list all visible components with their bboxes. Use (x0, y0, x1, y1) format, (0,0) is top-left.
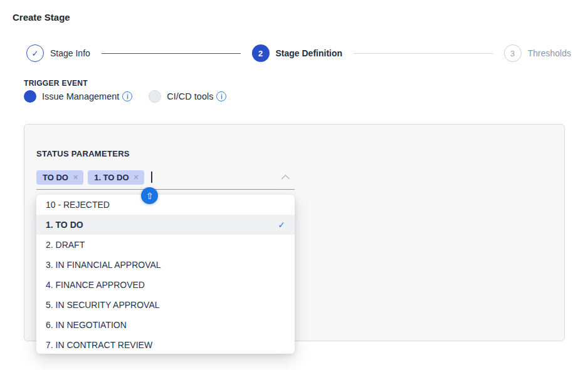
cursor-click-indicator-icon: ⇧ (141, 187, 158, 204)
status-options-dropdown: 10 - REJECTED 1. TO DO ✓ 2. DRAFT 3. IN … (36, 195, 295, 354)
tag-label: TO DO (43, 173, 68, 182)
remove-tag-icon[interactable]: ✕ (73, 173, 78, 182)
step-label-stage-definition: Stage Definition (276, 48, 343, 58)
dropdown-option[interactable]: 3. IN FINANCIAL APPROVAL (36, 255, 295, 275)
chevron-up-icon[interactable] (281, 175, 290, 183)
info-icon[interactable]: i (216, 91, 226, 101)
step-label-thresholds: Thresholds (528, 48, 571, 58)
dropdown-option[interactable]: 6. IN NEGOTIATION (36, 315, 295, 335)
trigger-event-label: TRIGGER EVENT (24, 79, 88, 88)
wizard-stepper: ✓ Stage Info 2 Stage Definition 3 Thresh… (26, 44, 571, 62)
status-parameters-label: STATUS PARAMETERS (36, 149, 130, 158)
selected-tag[interactable]: 1. TO DO ✕ (88, 170, 144, 185)
dropdown-option[interactable]: 4. FINANCE APPROVED (36, 275, 295, 295)
step-number-2: 2 (252, 44, 270, 62)
radio-label-cicd-tools: CI/CD tools i (167, 91, 226, 101)
step-thresholds[interactable]: 3 Thresholds (504, 44, 571, 62)
stepper-connector-completed (102, 53, 241, 54)
option-check-icon: ✓ (278, 220, 285, 230)
dropdown-option-selected[interactable]: 1. TO DO ✓ (36, 215, 295, 235)
trigger-event-options: Issue Management i CI/CD tools i (24, 90, 226, 103)
step-stage-info[interactable]: ✓ Stage Info (26, 44, 90, 62)
remove-tag-icon[interactable]: ✕ (134, 173, 139, 182)
step-stage-definition[interactable]: 2 Stage Definition (252, 44, 343, 62)
text-cursor (151, 172, 152, 183)
step-label-stage-info: Stage Info (50, 48, 90, 58)
dropdown-option[interactable]: 2. DRAFT (36, 235, 295, 255)
info-icon[interactable]: i (122, 91, 132, 101)
radio-option-issue-management[interactable]: Issue Management i (24, 90, 132, 103)
radio-label-issue-management: Issue Management i (42, 91, 132, 101)
radio-option-cicd-tools[interactable]: CI/CD tools i (149, 90, 226, 103)
stepper-connector-upcoming (354, 53, 493, 54)
dropdown-option[interactable]: 7. IN CONTRACT REVIEW (36, 335, 295, 354)
step-complete-check-icon: ✓ (26, 44, 44, 62)
step-number-3: 3 (504, 44, 522, 62)
status-parameters-multiselect[interactable]: TO DO ✕ 1. TO DO ✕ (36, 169, 295, 190)
dropdown-option[interactable]: 10 - REJECTED (36, 195, 295, 215)
page-title: Create Stage (13, 12, 70, 23)
radio-selected-icon[interactable] (24, 90, 36, 103)
tag-label: 1. TO DO (94, 173, 129, 182)
selected-tag[interactable]: TO DO ✕ (36, 170, 83, 185)
dropdown-option[interactable]: 5. IN SECURITY APPROVAL (36, 295, 295, 315)
radio-unselected-icon[interactable] (149, 90, 161, 103)
